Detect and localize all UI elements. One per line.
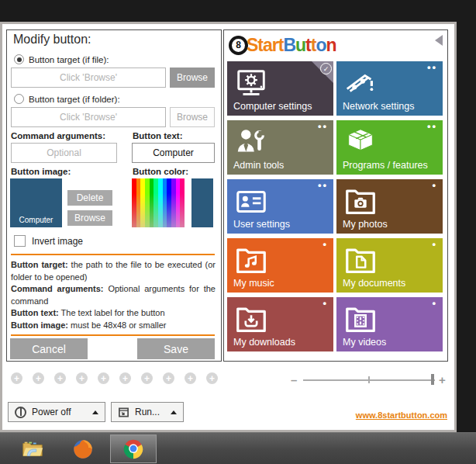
windows-explorer-icon[interactable] [21, 438, 44, 464]
color-picker-gradient[interactable] [132, 178, 185, 227]
desktop: Modify button: Button target (if file): … [0, 0, 476, 464]
admin-tools-icon [233, 125, 269, 161]
tile-my-downloads[interactable]: • My downloads [227, 297, 333, 351]
check-icon: ✓ [320, 63, 332, 74]
delete-image-button[interactable]: Delete [67, 190, 112, 206]
add-button[interactable]: + [185, 372, 196, 384]
my-videos-icon [343, 302, 378, 338]
add-button[interactable]: + [119, 372, 131, 384]
tile-network-settings[interactable]: •• Network settings [336, 61, 443, 116]
slider-minus-label[interactable]: – [291, 373, 297, 386]
add-button[interactable]: + [98, 372, 109, 384]
button-color-label: Button color: [133, 167, 188, 176]
image-browse-button[interactable]: Browse [67, 210, 112, 226]
tile-grid: ✓ Computer settings •• Network settings [227, 61, 443, 351]
help-line: Command arguments: Optional arguments fo… [11, 283, 216, 307]
run-icon [118, 407, 129, 418]
file-target-radio-label: Button target (if file): [29, 55, 109, 64]
network-settings-icon [343, 66, 378, 102]
programs-features-icon [343, 125, 378, 161]
file-target-input[interactable] [11, 68, 166, 88]
chrome-icon[interactable] [122, 438, 145, 461]
button-text-input[interactable] [132, 143, 215, 163]
power-icon [15, 407, 26, 418]
save-button[interactable]: Save [137, 338, 215, 359]
add-button[interactable]: + [206, 372, 218, 384]
image-preview: Computer [10, 178, 62, 227]
button-image-label: Button image: [11, 167, 71, 176]
user-settings-icon [233, 184, 269, 220]
slider-plus-label[interactable]: + [439, 373, 446, 386]
selected-color-swatch [191, 178, 213, 227]
add-button[interactable]: + [76, 372, 88, 384]
tile-my-documents[interactable]: • My documents [336, 238, 443, 293]
help-text: Button target: the path to the file to b… [11, 259, 216, 332]
run-button[interactable]: Run... [111, 402, 184, 422]
tile-programs-features[interactable]: •• Programs / features [336, 120, 443, 175]
computer-settings-icon [233, 66, 269, 102]
tile-admin-tools[interactable]: •• Admin tools [227, 120, 333, 175]
tile-my-videos[interactable]: • My videos [336, 297, 443, 351]
logo-start: Start [247, 35, 283, 56]
folder-target-radio[interactable] [14, 94, 24, 104]
my-photos-icon [343, 184, 378, 220]
add-button-row: ++++++++++ [11, 372, 218, 384]
slider-handle[interactable] [431, 374, 434, 385]
tile-my-music[interactable]: • My music [227, 238, 333, 293]
my-documents-icon [343, 243, 378, 279]
help-line: Button target: the path to the file to b… [11, 259, 216, 283]
collapse-arrow-icon[interactable] [435, 35, 443, 46]
caret-up-icon [171, 410, 177, 414]
panel-title: Modify button: [13, 33, 91, 47]
file-target-radio[interactable] [14, 54, 24, 64]
folder-target-input[interactable] [11, 107, 166, 127]
button-text-label: Button text: [133, 131, 183, 140]
file-target-radio-row: Button target (if file): [14, 54, 109, 64]
tile-my-photos[interactable]: • My photos [336, 179, 443, 234]
start-menu-panel: 8 Start Button ✓ Computer settings [223, 29, 448, 362]
firefox-icon[interactable] [71, 438, 95, 464]
website-link[interactable]: www.8startbutton.com [356, 410, 447, 420]
my-downloads-icon [233, 302, 269, 338]
tile-user-settings[interactable]: •• User settings [227, 179, 333, 234]
8startbutton-window: Modify button: Button target (if file): … [0, 22, 457, 432]
invert-image-label: Invert image [32, 236, 83, 247]
8startbutton-logo: 8 Start Button [229, 30, 336, 60]
separator-bottom [11, 334, 215, 336]
help-line: Button text: The text label for the butt… [11, 307, 216, 320]
file-browse-button[interactable]: Browse [170, 68, 215, 88]
modify-button-panel: Modify button: Button target (if file): … [6, 29, 222, 362]
command-arguments-label: Command arguments: [11, 131, 105, 140]
add-button[interactable]: + [163, 372, 174, 384]
separator-top [11, 254, 215, 255]
image-preview-caption: Computer [19, 216, 53, 227]
power-off-button[interactable]: Power off [8, 402, 105, 422]
tile-size-slider[interactable]: – + [289, 374, 452, 386]
active-app-highlight [110, 435, 157, 463]
logo-button: Button [283, 35, 336, 56]
folder-browse-button[interactable]: Browse [170, 107, 215, 127]
invert-image-checkbox[interactable] [14, 235, 26, 247]
add-button[interactable]: + [33, 372, 44, 384]
folder-target-radio-label: Button target (if folder): [29, 95, 120, 104]
command-arguments-input[interactable] [11, 143, 117, 163]
my-music-icon [233, 243, 269, 279]
slider-mid-tick [368, 376, 370, 383]
taskbar [0, 432, 476, 464]
cancel-button[interactable]: Cancel [10, 338, 88, 359]
help-line: Button image: must be 48x48 or smaller [11, 320, 216, 332]
folder-target-radio-row: Button target (if folder): [14, 94, 120, 104]
add-button[interactable]: + [54, 372, 66, 384]
add-button[interactable]: + [11, 372, 22, 384]
tile-computer-settings[interactable]: ✓ Computer settings [227, 61, 333, 116]
add-button[interactable]: + [141, 372, 153, 384]
eight-ball-icon: 8 [229, 36, 248, 55]
caret-up-icon [92, 410, 98, 414]
invert-image-row: Invert image [14, 235, 83, 247]
